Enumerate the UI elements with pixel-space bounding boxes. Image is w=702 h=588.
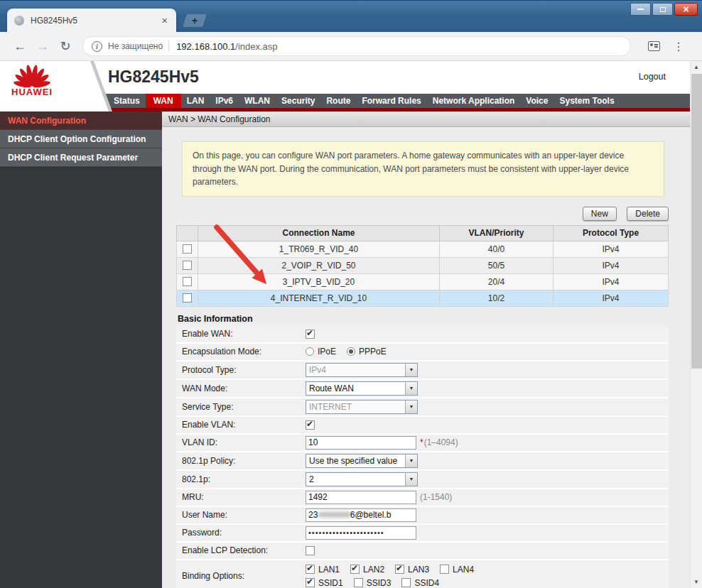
encapsulation-mode-row: Encapsulation Mode: IPoE PPPoE (176, 344, 669, 361)
ssid1-label: SSID1 (318, 578, 343, 588)
sidebar-item-dhcp-client-option[interactable]: DHCP Client Option Configuration (0, 130, 162, 148)
scrollbar-thumb[interactable] (691, 74, 702, 369)
dropdown-arrow-icon (405, 382, 417, 395)
field-label: Service Type: (176, 402, 306, 412)
vlan-cell: 20/4 (440, 273, 554, 290)
8021p-policy-select[interactable]: Use the specified value (306, 454, 418, 468)
nav-item-wlan[interactable]: WLAN (239, 94, 276, 108)
service-type-row: Service Type: INTERNET (176, 398, 669, 417)
lan1-checkbox[interactable] (306, 565, 315, 574)
nav-item-ipv6[interactable]: IPv6 (210, 94, 239, 108)
field-label: Binding Options: (176, 571, 306, 581)
maximize-button[interactable] (652, 3, 673, 16)
dropdown-arrow-icon (405, 401, 417, 413)
field-label: Encapsulation Mode: (176, 347, 306, 356)
lan3-checkbox[interactable] (395, 565, 404, 574)
close-window-button[interactable]: × (674, 3, 698, 16)
huawei-wordmark: HUAWEI (7, 87, 57, 97)
lan2-checkbox[interactable] (350, 565, 360, 574)
row-checkbox[interactable] (183, 244, 192, 254)
browser-tab[interactable]: HG8245Hv5 × (7, 9, 176, 32)
user-name-suffix: 6@beltel.b (350, 510, 392, 520)
nav-item-route[interactable]: Route (320, 94, 356, 108)
ipoe-radio[interactable] (306, 347, 314, 356)
dropdown-arrow-icon (405, 454, 417, 467)
header-vlan-priority: VLAN/Priority (440, 225, 554, 241)
sidebar-item-dhcp-client-request[interactable]: DHCP Client Request Parameter (0, 148, 162, 167)
security-label: Не защищено (108, 41, 163, 51)
mru-row: MRU: 1492 (1-1540) (176, 489, 669, 507)
omnibox-divider (168, 40, 169, 52)
lan4-checkbox[interactable] (440, 565, 449, 574)
table-row: 3_IPTV_B_VID_20 20/4 IPv4 (177, 273, 669, 290)
row-checkbox[interactable] (183, 293, 192, 303)
site-info-icon[interactable]: i (92, 41, 102, 52)
enable-vlan-checkbox[interactable] (306, 420, 315, 430)
8021p-row: 802.1p: 2 (176, 471, 669, 489)
field-label: Protocol Type: (176, 365, 306, 375)
user-name-input[interactable]: 23########6@beltel.b (306, 508, 416, 522)
lan2-label: LAN2 (363, 565, 384, 575)
connection-name-cell: 1_TR069_R_VID_40 (198, 241, 440, 257)
password-input[interactable]: •••••••••••••••••••••• (306, 526, 416, 540)
row-checkbox[interactable] (183, 277, 192, 286)
reload-button[interactable]: ↻ (54, 38, 77, 54)
selected-value: 2 (309, 474, 314, 484)
delete-button[interactable]: Delete (627, 207, 669, 221)
address-bar[interactable]: i Не защищено 192.168.100.1/index.asp (82, 36, 631, 56)
nav-item-lan[interactable]: LAN (181, 94, 210, 108)
scroll-up-button[interactable]: ▲ (691, 61, 702, 73)
user-name-censored: ######## (318, 510, 350, 520)
nav-item-security[interactable]: Security (276, 94, 320, 108)
nav-item-wan[interactable]: WAN (146, 94, 181, 108)
ssid1-checkbox[interactable] (306, 578, 315, 587)
vlan-id-row: VLAN ID: 10 *(1–4094) (176, 435, 669, 452)
router-page: HG8245Hv5 Logout Status WAN LAN IPv6 WLA… (0, 61, 690, 588)
new-button[interactable]: New (583, 207, 617, 221)
logout-link[interactable]: Logout (639, 72, 666, 82)
enable-wan-checkbox[interactable] (306, 330, 315, 339)
dropdown-arrow-icon (405, 473, 417, 486)
minimize-button[interactable] (630, 3, 651, 16)
new-tab-button[interactable]: + (183, 14, 207, 27)
ssid3-label: SSID3 (367, 578, 392, 588)
nav-item-network-application[interactable]: Network Application (427, 94, 521, 108)
back-button[interactable]: ← (9, 39, 31, 54)
scroll-down-button[interactable]: ▼ (691, 576, 702, 588)
huawei-flower-icon (13, 65, 51, 87)
nav-item-status[interactable]: Status (108, 94, 146, 108)
window-controls: × (630, 3, 698, 16)
url-text: 192.168.100.1/index.asp (176, 41, 277, 52)
selected-value: IPv4 (309, 365, 326, 375)
minimize-icon (637, 9, 644, 10)
connection-name-cell: 4_INTERNET_R_VID_10 (198, 290, 440, 306)
nav-item-voice[interactable]: Voice (520, 94, 554, 108)
vlan-cell: 50/5 (440, 257, 554, 273)
lan3-label: LAN3 (408, 565, 429, 575)
row-checkbox[interactable] (183, 261, 192, 270)
protocol-type-select[interactable]: IPv4 (306, 363, 418, 377)
browser-menu-button[interactable]: ⋮ (671, 40, 686, 53)
pppoe-radio-label: PPPoE (359, 347, 387, 356)
ssid3-checkbox[interactable] (354, 578, 363, 587)
ssid4-checkbox[interactable] (401, 578, 411, 587)
page-scrollbar[interactable]: ▲ ▼ (690, 61, 702, 588)
lan1-label: LAN1 (318, 565, 340, 575)
lcp-detection-checkbox[interactable] (306, 546, 315, 555)
nav-item-system-tools[interactable]: System Tools (554, 94, 620, 108)
forward-button[interactable]: → (31, 39, 54, 54)
header-protocol-type: Protocol Type (554, 225, 669, 241)
wan-mode-select[interactable]: Route WAN (306, 381, 418, 396)
table-row-selected[interactable]: 4_INTERNET_R_VID_10 10/2 IPv4 (177, 290, 669, 306)
8021p-select[interactable]: 2 (306, 472, 418, 486)
vlan-id-input[interactable]: 10 (306, 436, 416, 450)
service-type-select[interactable]: INTERNET (306, 400, 418, 414)
profile-badge-icon[interactable] (648, 41, 660, 51)
nav-item-forward-rules[interactable]: Forward Rules (356, 94, 426, 108)
mru-input[interactable]: 1492 (306, 491, 416, 504)
pppoe-radio[interactable] (347, 347, 355, 356)
tab-close-icon[interactable]: × (160, 15, 169, 26)
sidebar: WAN Configuration DHCP Client Option Con… (0, 111, 162, 588)
sidebar-item-wan-configuration[interactable]: WAN Configuration (0, 111, 162, 130)
connection-name-cell: 3_IPTV_B_VID_20 (198, 273, 440, 290)
